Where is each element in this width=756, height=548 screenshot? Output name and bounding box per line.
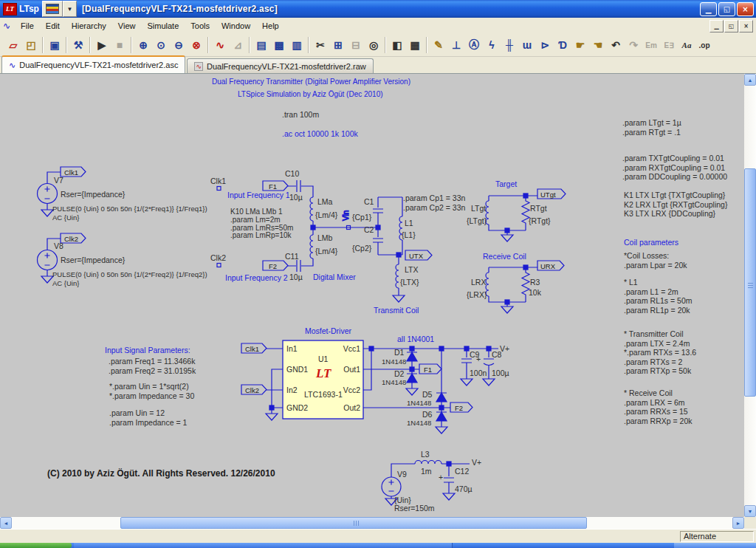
net-label-vin[interactable]: Vin (342, 210, 350, 221)
port-f1-mixer[interactable]: F1 (269, 182, 277, 191)
port-clk1-source[interactable]: Clk1 (64, 168, 78, 177)
l3-name[interactable]: L3 (421, 450, 430, 459)
lrx-value[interactable]: {LRX} (467, 290, 487, 300)
redo-button[interactable]: ↷ (625, 36, 642, 54)
v8-pulse-value[interactable]: PULSE(0 {Uin} 0 50n 50n {1/(2*Freq2)} {1… (52, 270, 207, 278)
control-panel-button[interactable]: ⚒ (69, 36, 87, 54)
uin-commented-directive[interactable]: *.param Uin = 1*sqrt(2) *.param Impedanc… (109, 382, 194, 400)
d2-name[interactable]: D2 (394, 369, 404, 379)
net-flag-clk1[interactable]: Clk1 (210, 177, 226, 186)
zoom-full-extents-button[interactable]: ⊗ (188, 36, 205, 54)
find-button[interactable]: ◎ (365, 36, 382, 54)
target-params-directive[interactable]: .param LTgt = 1µ .param RTgt = .1 (622, 118, 681, 137)
run-simulation-button[interactable]: ▶ (93, 36, 111, 54)
transmit-coil-comment[interactable]: Transmit Coil (374, 306, 419, 315)
menu-view[interactable]: View (112, 19, 142, 32)
freq-params-directive[interactable]: .param Freq1 = 11.3466k .param Freq2 = 3… (109, 357, 196, 375)
l1-params-directive[interactable]: * L1 .param L1 = 2m .param RL1s = 50m .p… (624, 278, 693, 315)
d5-name[interactable]: D5 (422, 390, 432, 400)
v7-ac-value[interactable]: AC {Uin} (52, 213, 79, 222)
c10-name[interactable]: C10 (285, 169, 299, 179)
d2-value[interactable]: 1N4148 (382, 378, 406, 386)
tab-schematic-asc[interactable]: ∿ DualFrequencyVLF-TX21-mosfetdriver2.as… (1, 55, 185, 73)
receive-coil-comment[interactable]: Receive Coil (483, 252, 526, 261)
r3-value[interactable]: 10k (529, 288, 541, 298)
mdi-minimize-button[interactable]: ▁ (709, 20, 724, 32)
lrx-name[interactable]: LRX (471, 278, 486, 287)
input-frequency-2-comment[interactable]: Input Frequency 2 (225, 273, 288, 283)
l1-name[interactable]: L1 (405, 219, 413, 228)
mdi-restore-button[interactable]: ◱ (724, 20, 738, 32)
uin-params-directive[interactable]: .param Uin = 12 .param Impedance = 1 (109, 408, 187, 427)
v7-pulse-value[interactable]: PULSE(0 {Uin} 0 50n 50n {1/(2*Freq1)} {1… (52, 205, 207, 213)
input-frequency-1-comment[interactable]: Input Frequency 1 (227, 191, 290, 200)
l1-value[interactable]: {L1} (402, 230, 416, 240)
menu-window[interactable]: Window (216, 19, 256, 32)
c1-name[interactable]: C1 (364, 197, 374, 207)
port-f2-mixer[interactable]: F2 (269, 262, 277, 270)
menu-tools[interactable]: Tools (185, 19, 216, 32)
rtgt-value[interactable]: {RTgt} (529, 216, 551, 226)
input-signal-params-header[interactable]: Input Signal Parameters: (105, 346, 190, 355)
zoom-area-button[interactable]: ⊙ (152, 36, 170, 54)
print-button[interactable]: ▦ (406, 36, 424, 54)
ltgt-name[interactable]: LTgt (471, 204, 486, 213)
place-capacitor-button[interactable]: ╫ (501, 36, 518, 54)
menu-edit[interactable]: Edit (40, 19, 66, 32)
c8-value[interactable]: 100µ (492, 369, 509, 378)
place-text-button[interactable]: Aa (678, 36, 695, 54)
d5-value[interactable]: 1N4148 (407, 399, 431, 407)
cp-params-directive[interactable]: .param Cp1 = 33n .param Cp2 = 33n (403, 193, 465, 213)
schematic-title-comment[interactable]: Dual Frequency Transmitter (Digital Powe… (212, 78, 410, 87)
port-clk1-driver[interactable]: Clk1 (245, 345, 259, 353)
l3-value[interactable]: 1m (421, 467, 432, 476)
maximize-restore-button[interactable]: ◱ (718, 2, 735, 16)
v8-name[interactable]: V8 (54, 242, 63, 251)
copy-button[interactable]: ⊞ (329, 36, 347, 54)
scroll-up-button[interactable]: ▲ (744, 74, 756, 86)
all-1n4001-comment[interactable]: all 1N4001 (397, 335, 434, 344)
place-resistor-button[interactable]: ϟ (483, 36, 501, 54)
spice-analysis-button[interactable]: ⊿ (229, 36, 247, 54)
undo-button[interactable]: ↶ (607, 36, 625, 54)
ltx-name[interactable]: LTX (405, 265, 418, 275)
target-comment[interactable]: Target (495, 179, 517, 189)
cut-button[interactable]: ✂ (312, 36, 329, 54)
zoom-out-button[interactable]: ⊖ (170, 36, 188, 54)
k-coupling-directive[interactable]: K1 LTX LTgt {TXTgtCoupling} K2 LRX LTgt … (624, 191, 727, 219)
lma-name[interactable]: LMa (317, 197, 332, 207)
v7-name[interactable]: V7 (54, 176, 63, 185)
digital-mixer-comment[interactable]: Digital Mixer (313, 273, 356, 282)
menu-hierarchy[interactable]: Hierarchy (66, 19, 112, 32)
tile-vertical-button[interactable]: ▥ (288, 36, 306, 54)
coil-parameters-header[interactable]: Coil parameters (624, 238, 678, 247)
port-utx[interactable]: UTX (409, 252, 423, 260)
vplus-supply-label[interactable]: V+ (472, 458, 481, 467)
copyright-comment[interactable]: (C) 2010 by Aziz Ögüt. All Rights Reserv… (47, 468, 275, 479)
rtgt-name[interactable]: RTgt (530, 204, 547, 213)
menu-file[interactable]: File (15, 19, 40, 32)
new-schematic-button[interactable]: ▱ (4, 36, 22, 54)
d6-value[interactable]: 1N4148 (407, 419, 431, 427)
v7-rser[interactable]: Rser={Impedance} (61, 190, 125, 199)
port-urx[interactable]: URX (540, 262, 555, 270)
scroll-right-button[interactable]: ► (732, 517, 744, 529)
port-f2-driver[interactable]: F2 (455, 404, 463, 412)
save-button[interactable]: ▣ (46, 36, 63, 54)
system-menu-icon-button[interactable] (42, 1, 63, 17)
open-file-button[interactable]: ◰ (22, 36, 40, 54)
vertical-scroll-thumb[interactable] (744, 168, 756, 397)
c12-value[interactable]: 470µ (455, 484, 472, 494)
c12-name[interactable]: C12 (455, 467, 469, 476)
schematic-subtitle-comment[interactable]: LTSpice Simulation by Aziz Ögüt (Dec 201… (238, 90, 383, 100)
lmb-name[interactable]: LMb (317, 233, 332, 243)
paste-button[interactable]: ⊟ (347, 36, 365, 54)
c1-value[interactable]: {Cp1} (352, 213, 371, 222)
print-preview-button[interactable]: ◧ (388, 36, 406, 54)
rx-coil-params-directive[interactable]: * Receive Coil .param LRX = 6m .param RR… (624, 388, 693, 425)
minimize-button[interactable]: ▁ (700, 2, 717, 16)
lma-value[interactable]: {Lm/4} (315, 210, 337, 220)
mosfet-driver-comment[interactable]: Mosfet-Driver (305, 326, 351, 336)
menu-help[interactable]: Help (256, 19, 285, 32)
c10-value[interactable]: 10µ (289, 193, 303, 202)
